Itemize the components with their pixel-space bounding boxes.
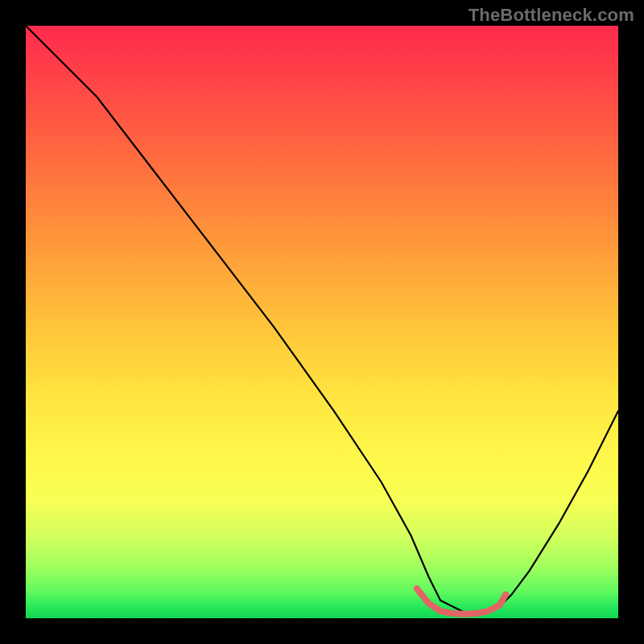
chart-svg — [26, 26, 618, 618]
chart-frame: TheBottleneck.com — [0, 0, 644, 644]
watermark-text: TheBottleneck.com — [469, 5, 634, 26]
bottleneck-curve — [26, 26, 618, 613]
plot-area — [26, 26, 618, 618]
